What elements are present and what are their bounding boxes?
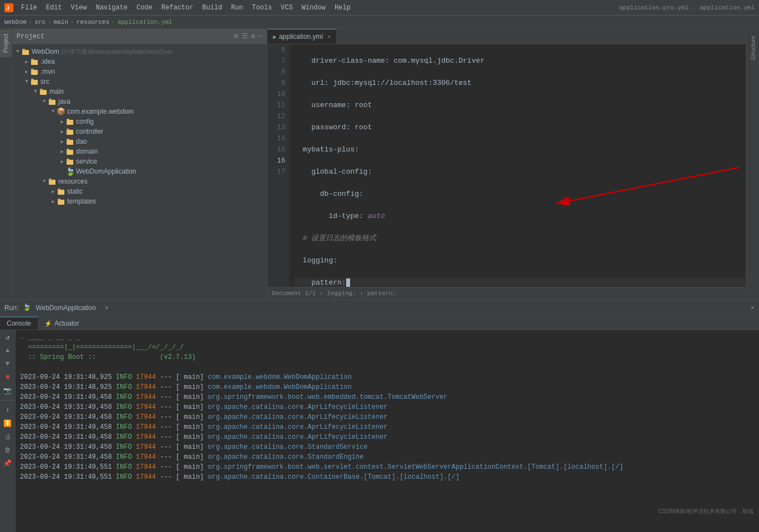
- log-line-3: 2023-09-24 19:31:49,458 INFO 17944 --- […: [20, 392, 755, 402]
- tree-item-webdomapp[interactable]: 🍃 WebDomApplication: [12, 166, 267, 176]
- import-icon[interactable]: ⬆: [3, 405, 13, 415]
- svg-rect-11: [40, 89, 43, 90]
- folder-icon-config: [65, 117, 74, 126]
- collapse-icon[interactable]: ☰: [242, 32, 248, 40]
- code-content[interactable]: driver-class-name: com.mysql.jdbc.Driver…: [290, 44, 746, 287]
- menu-item-file[interactable]: File: [18, 3, 41, 13]
- scroll-down-icon[interactable]: ▼: [3, 359, 13, 369]
- breadcrumb-webdom[interactable]: WebDom: [4, 19, 27, 26]
- expand-all-icon[interactable]: ⊞: [234, 32, 238, 40]
- menu-item-build[interactable]: Build: [199, 3, 225, 13]
- menu-item-navigate[interactable]: Navigate: [92, 3, 131, 13]
- breadcrumb-src[interactable]: src: [34, 19, 45, 26]
- tree-item-config[interactable]: ▶ config: [12, 116, 267, 126]
- project-panel: Project ⊞ ☰ ⚙ — ▼ WebDom D:\学习案例\integra…: [12, 29, 267, 299]
- tree-item-java[interactable]: ▼ java: [12, 97, 267, 107]
- tree-item-mvn[interactable]: ▶ .mvn: [12, 67, 267, 77]
- folder-icon-mvn: [30, 67, 39, 76]
- project-tree: ▼ WebDom D:\学习案例\integrationMyBatis\WebD…: [12, 44, 267, 299]
- tree-item-controller[interactable]: ▶ controller: [12, 126, 267, 136]
- breadcrumb-resources[interactable]: resources: [77, 19, 109, 26]
- arrow-src: ▼: [23, 79, 30, 84]
- tree-item-idea[interactable]: ▶ .idea: [12, 57, 267, 67]
- tree-label-domain: domain: [76, 148, 98, 155]
- print-icon[interactable]: 🖨: [3, 432, 13, 442]
- menu-item-vcs[interactable]: VCS: [277, 3, 296, 13]
- minimize-icon[interactable]: —: [259, 32, 262, 40]
- pin-icon[interactable]: 📌: [3, 458, 13, 468]
- stop-icon[interactable]: ■: [3, 372, 13, 382]
- tree-item-domain[interactable]: ▶ domain: [12, 146, 267, 156]
- editor-tab-active[interactable]: ▶ application.yml ✕: [267, 29, 337, 44]
- gear-icon[interactable]: ⚙: [251, 32, 255, 40]
- tree-item-package[interactable]: ▼ 📦 com.example.webdom: [12, 107, 267, 116]
- svg-rect-17: [67, 129, 69, 130]
- menu-item-tools[interactable]: Tools: [249, 3, 275, 13]
- console-tab[interactable]: Console: [0, 317, 38, 330]
- tab-label: application.yml: [279, 33, 323, 40]
- tree-item-main[interactable]: ▼ main: [12, 87, 267, 97]
- svg-text:J: J: [6, 6, 9, 12]
- console-blank: [20, 362, 755, 372]
- svg-rect-29: [58, 199, 60, 200]
- tree-item-dao[interactable]: ▶ dao: [12, 136, 267, 146]
- tree-label-idea: .idea: [41, 58, 55, 65]
- rerun-icon[interactable]: ↺: [3, 332, 13, 342]
- tree-item-root[interactable]: ▼ WebDom D:\学习案例\integrationMyBatis\WebD…: [12, 47, 267, 57]
- menu-item-run[interactable]: Run: [227, 3, 246, 13]
- log-line-5: 2023-09-24 19:31:49,458 INFO 17944 --- […: [20, 412, 755, 422]
- scroll-up-icon[interactable]: ▲: [3, 346, 13, 356]
- tree-item-templates[interactable]: ▶ templates: [12, 196, 267, 206]
- svg-rect-2: [22, 50, 29, 55]
- folder-icon-resources: [48, 177, 57, 186]
- folder-icon-root: [21, 47, 30, 56]
- run-close-icon[interactable]: ✕: [105, 303, 109, 312]
- svg-rect-15: [67, 119, 69, 120]
- actuator-tab[interactable]: ⚡ Actuator: [38, 317, 86, 330]
- svg-rect-9: [31, 79, 34, 80]
- code-editor[interactable]: 6 7 8 9 10 11 12 13 14 15 16 17 driver-c…: [267, 44, 746, 287]
- console-area: ↺ ▲ ▼ ■ 📷 ⬆ ⏬ 🖨 🗑 📌 . ____ _ __ _ _ ====…: [0, 330, 759, 532]
- menu-item-refactor[interactable]: Refactor: [158, 3, 197, 13]
- svg-rect-5: [31, 59, 34, 60]
- tree-item-resources[interactable]: ▼ resources: [12, 176, 267, 186]
- menu-item-edit[interactable]: Edit: [43, 3, 65, 13]
- menu-item-view[interactable]: View: [68, 3, 90, 13]
- log-line-9: 2023-09-24 19:31:49,458 INFO 17944 --- […: [20, 452, 755, 462]
- scroll-to-end-icon[interactable]: ⏬: [3, 418, 13, 428]
- tree-item-static[interactable]: ▶ static: [12, 186, 267, 196]
- arrow-idea: ▶: [23, 59, 30, 65]
- folder-icon-controller: [65, 127, 74, 136]
- run-header: Run: 🍃 WebDomApplication ✕ ✕: [0, 300, 759, 316]
- run-close-button[interactable]: ✕: [751, 303, 755, 312]
- project-header: Project ⊞ ☰ ⚙ —: [12, 29, 267, 44]
- camera-icon[interactable]: 📷: [3, 386, 13, 396]
- svg-rect-20: [67, 150, 73, 155]
- menu-item-window[interactable]: Window: [298, 3, 329, 13]
- tab-close-button[interactable]: ✕: [327, 33, 331, 40]
- tree-label-src: src: [41, 78, 49, 85]
- arrow-resources: ▼: [41, 179, 48, 184]
- svg-rect-10: [40, 90, 47, 95]
- svg-rect-8: [31, 80, 38, 85]
- delete-icon[interactable]: 🗑: [3, 445, 13, 455]
- tree-item-src[interactable]: ▼ src: [12, 77, 267, 87]
- spring-banner-sep: =========|_|==============|___/=/_/_/_/: [20, 342, 755, 352]
- arrow-package: ▼: [50, 109, 57, 114]
- tab-yaml-icon: ▶: [273, 33, 277, 40]
- folder-icon-src: [30, 77, 39, 86]
- menu-item-code[interactable]: Code: [133, 3, 156, 13]
- tree-item-service[interactable]: ▶ service: [12, 156, 267, 166]
- structure-tab[interactable]: Structure: [747, 31, 758, 65]
- arrow-templates: ▶: [50, 199, 57, 205]
- run-app-name[interactable]: WebDomApplication: [36, 304, 96, 312]
- bottom-panel: Run: 🍃 WebDomApplication ✕ ✕ Console ⚡ A…: [0, 299, 759, 532]
- spring-banner-text: :: Spring Boot :: (v2.7.13): [20, 352, 755, 362]
- menu-item-help[interactable]: Help: [331, 3, 354, 13]
- breadcrumb-main[interactable]: main: [54, 19, 68, 26]
- breadcrumb-file[interactable]: application.yml: [118, 19, 173, 26]
- log-line-4: 2023-09-24 19:31:49,458 INFO 17944 --- […: [20, 402, 755, 412]
- log-line-7: 2023-09-24 19:31:49,458 INFO 17944 --- […: [20, 432, 755, 442]
- project-tab[interactable]: Project: [0, 29, 12, 57]
- tree-label-service: service: [76, 158, 97, 165]
